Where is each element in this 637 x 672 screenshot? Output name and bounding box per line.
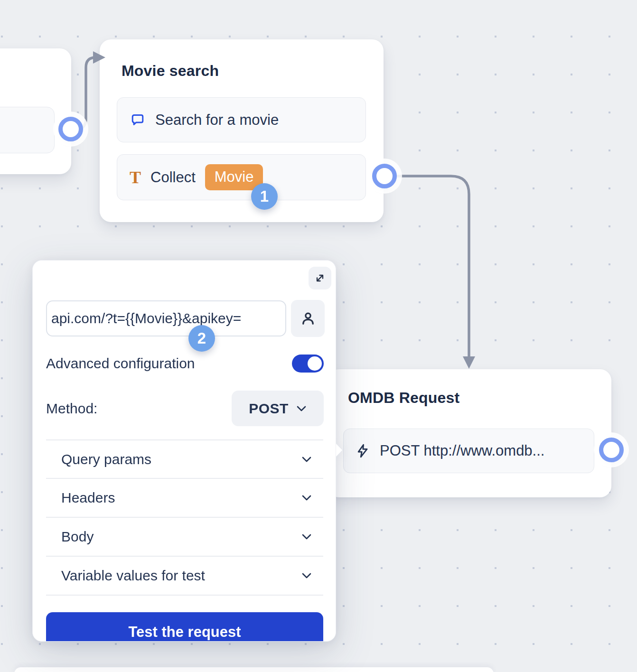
toggle-knob — [308, 356, 322, 371]
chevron-down-icon — [296, 405, 307, 412]
section-label: Variable values for test — [61, 568, 205, 584]
output-port-previous-node[interactable] — [58, 117, 83, 141]
advanced-configuration-label: Advanced configuration — [46, 355, 195, 372]
advanced-configuration-toggle[interactable] — [292, 355, 324, 373]
collect-item[interactable]: T Collect Movie — [117, 154, 366, 200]
step-badge-1: 1 — [251, 183, 278, 210]
flow-canvas: { "flow": { "movie_search_node": { "titl… — [0, 0, 637, 672]
method-label: Method: — [46, 401, 97, 417]
chevron-down-icon — [301, 533, 312, 540]
previous-node-item[interactable] — [0, 107, 55, 153]
collect-item-label: Collect — [150, 169, 196, 186]
url-input-value: api.com/?t={{Movie}}&apikey= — [51, 310, 241, 327]
step-badge-2: 2 — [188, 325, 215, 352]
bottom-node-card-edge — [14, 667, 494, 672]
url-input[interactable]: api.com/?t={{Movie}}&apikey= — [46, 300, 286, 336]
connector-arrowhead-2 — [463, 356, 475, 369]
method-value: POST — [249, 401, 289, 417]
section-variable-values[interactable]: Variable values for test — [46, 557, 323, 594]
text-input-icon: T — [130, 169, 141, 186]
chevron-down-icon — [301, 495, 312, 501]
output-port-omdb[interactable] — [599, 438, 624, 462]
chevron-down-icon — [301, 572, 312, 579]
movie-search-node-title: Movie search — [122, 62, 219, 80]
lightning-icon — [355, 443, 370, 458]
expand-diagonal-icon — [314, 272, 326, 284]
question-item-label: Search for a movie — [155, 112, 279, 129]
section-headers[interactable]: Headers — [46, 479, 323, 516]
section-body[interactable]: Body — [46, 518, 323, 555]
movie-search-node-card[interactable]: Movie search Search for a movie T Collec… — [100, 39, 384, 222]
variable-chip-movie: Movie — [205, 164, 263, 190]
section-label: Query params — [61, 451, 151, 467]
webhook-config-panel: api.com/?t={{Movie}}&apikey= 2 Advanced … — [32, 260, 336, 642]
webhook-item[interactable]: POST http://www.omdb... — [343, 429, 594, 473]
method-row: Method: POST — [46, 391, 324, 426]
method-select[interactable]: POST — [232, 391, 324, 426]
omdb-node-card[interactable]: OMDB Request POST http://www.omdb... — [328, 369, 611, 497]
expand-button[interactable] — [309, 267, 331, 289]
webhook-item-label: POST http://www.omdb... — [380, 442, 544, 459]
output-port-movie-search[interactable] — [372, 164, 397, 188]
person-icon — [300, 310, 317, 327]
divider — [46, 595, 323, 596]
section-query-params[interactable]: Query params — [46, 440, 323, 478]
chat-bubble-icon — [130, 112, 146, 128]
chevron-down-icon — [301, 456, 312, 463]
section-label: Headers — [61, 490, 115, 506]
section-label: Body — [61, 529, 94, 545]
question-item[interactable]: Search for a movie — [117, 97, 366, 142]
test-request-button[interactable]: Test the request — [46, 612, 323, 642]
advanced-configuration-row: Advanced configuration — [46, 349, 324, 378]
connector-line-2 — [386, 176, 469, 357]
omdb-node-title: OMDB Request — [348, 389, 459, 407]
account-variable-button[interactable] — [291, 300, 325, 337]
